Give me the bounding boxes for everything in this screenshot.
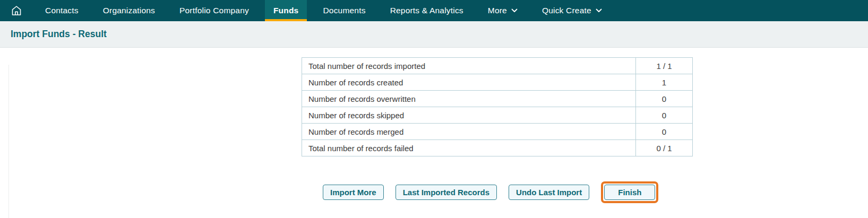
- finish-button[interactable]: Finish: [604, 185, 655, 200]
- table-row: Number of records merged 0: [302, 124, 693, 140]
- nav-item-contacts[interactable]: Contacts: [37, 0, 87, 21]
- result-value: 1: [636, 74, 693, 91]
- table-row: Number of records overwritten 0: [302, 91, 693, 107]
- click-target-highlight: Finish: [601, 181, 658, 203]
- action-button-row: Import More Last Imported Records Undo L…: [323, 181, 868, 203]
- result-label: Number of records overwritten: [302, 91, 636, 107]
- last-imported-records-button[interactable]: Last Imported Records: [396, 185, 497, 200]
- nav-item-funds[interactable]: Funds: [265, 0, 307, 21]
- table-row: Number of records created 1: [302, 74, 693, 91]
- home-button[interactable]: [0, 0, 33, 21]
- home-icon: [10, 4, 23, 17]
- table-row: Total number of records imported 1 / 1: [302, 58, 693, 74]
- page-title: Import Funds - Result: [11, 29, 107, 40]
- table-row: Total number of records failed 0 / 1: [302, 140, 693, 156]
- result-value: 0 / 1: [636, 140, 693, 156]
- result-value: 0: [636, 91, 693, 107]
- nav-item-more[interactable]: More: [479, 0, 526, 21]
- table-row: Number of records skipped 0: [302, 107, 693, 124]
- nav-item-quick-create[interactable]: Quick Create: [534, 0, 611, 21]
- result-value: 0: [636, 124, 693, 140]
- undo-last-import-button[interactable]: Undo Last Import: [509, 185, 589, 200]
- import-more-button[interactable]: Import More: [323, 185, 384, 200]
- result-label: Total number of records failed: [302, 140, 636, 156]
- import-results-table: Total number of records imported 1 / 1 N…: [302, 57, 693, 156]
- result-label: Number of records created: [302, 74, 636, 91]
- chevron-down-icon: [511, 8, 518, 13]
- nav-item-documents[interactable]: Documents: [314, 0, 374, 21]
- result-value: 1 / 1: [636, 58, 693, 74]
- main-content: Total number of records imported 1 / 1 N…: [0, 57, 868, 218]
- result-label: Total number of records imported: [302, 58, 636, 74]
- nav-item-quick-create-label: Quick Create: [542, 6, 591, 15]
- result-label: Number of records merged: [302, 124, 636, 140]
- left-panel-divider: [8, 65, 9, 218]
- page-header-band: Import Funds - Result: [0, 21, 868, 48]
- result-value: 0: [636, 107, 693, 124]
- top-navbar: Contacts Organizations Portfolio Company…: [0, 0, 868, 21]
- result-label: Number of records skipped: [302, 107, 636, 124]
- nav-item-reports-analytics[interactable]: Reports & Analytics: [382, 0, 472, 21]
- nav-item-organizations[interactable]: Organizations: [94, 0, 164, 21]
- nav-item-portfolio-company[interactable]: Portfolio Company: [171, 0, 257, 21]
- nav-item-more-label: More: [488, 6, 507, 15]
- chevron-down-icon: [596, 8, 602, 13]
